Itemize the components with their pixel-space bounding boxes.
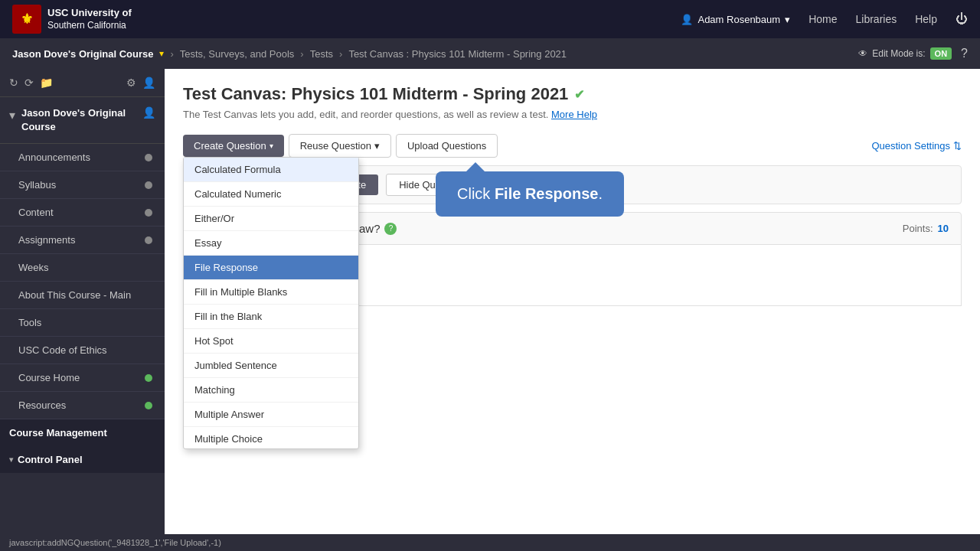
dropdown-item-matching[interactable]: Matching <box>184 378 358 403</box>
breadcrumb-tests-surveys[interactable]: Tests, Surveys, and Pools <box>180 48 295 60</box>
upload-questions-button[interactable]: Upload Questions <box>396 134 498 158</box>
sidebar-label-about-main: About This Course - Main <box>18 289 131 301</box>
edit-mode-label: Edit Mode is: <box>872 48 925 59</box>
tooltip-suffix: . <box>599 185 603 202</box>
reuse-question-label: Reuse Question <box>300 140 371 152</box>
breadcrumb-tests[interactable]: Tests <box>310 48 333 60</box>
create-question-caret-icon: ▾ <box>270 142 273 150</box>
nav-help[interactable]: Help <box>915 13 937 25</box>
reuse-question-caret-icon: ▾ <box>374 140 380 152</box>
sidebar-item-tools[interactable]: Tools <box>0 309 165 337</box>
sidebar-item-syllabus[interactable]: Syllabus <box>0 171 165 199</box>
dropdown-item-jumbled-sentence[interactable]: Jumbled Sentence <box>184 354 358 378</box>
dropdown-item-file-response[interactable]: File Response <box>184 256 358 280</box>
breadcrumb-test-canvas[interactable]: Test Canvas : Physics 101 Midterm - Spri… <box>348 48 567 60</box>
sidebar-dot-course-home <box>145 374 152 382</box>
sidebar-course-arrow-icon: ▾ <box>9 108 15 122</box>
sidebar-course-user-icon: 👤 <box>142 106 155 119</box>
tooltip-arrow-icon <box>466 162 485 171</box>
breadcrumb-course[interactable]: Jason Dove's Original Course <box>12 48 153 60</box>
sidebar-label-syllabus: Syllabus <box>18 179 56 191</box>
page-title: Test Canvas: Physics 101 Midterm - Sprin… <box>183 84 962 104</box>
breadcrumb-right: 👁 Edit Mode is: ON ? <box>858 47 968 60</box>
dropdown-item-hot-spot[interactable]: Hot Spot <box>184 329 358 354</box>
sidebar-item-usc-code[interactable]: USC Code of Ethics <box>0 337 165 364</box>
page-subtitle: The Test Canvas lets you add, edit, and … <box>183 109 962 120</box>
more-help-link[interactable]: More Help <box>551 109 597 120</box>
toolbar: Create Question ▾ Calculated Formula Cal… <box>183 134 962 158</box>
top-bar-left: ⚜ USC University of Southern California <box>12 5 132 34</box>
edit-mode-toggle[interactable]: 👁 Edit Mode is: ON <box>858 47 952 60</box>
top-bar: ⚜ USC University of Southern California … <box>0 0 980 38</box>
sidebar-refresh-icon[interactable]: ↻ <box>9 77 18 89</box>
dropdown-item-fill-multiple-blanks[interactable]: Fill in Multiple Blanks <box>184 280 358 305</box>
upload-questions-label: Upload Questions <box>407 140 486 152</box>
sidebar-label-weeks: Weeks <box>18 262 49 273</box>
content-inner: Test Canvas: Physics 101 Midterm - Sprin… <box>165 69 980 321</box>
question-settings-link[interactable]: Question Settings ⇅ <box>871 140 962 152</box>
tooltip-text: Click <box>457 185 495 202</box>
main-layout: ↻ ⟳ 📁 ⚙ 👤 ▾ Jason Dove's Original Course… <box>0 69 980 551</box>
usc-logo: ⚜ USC University of Southern California <box>12 5 132 34</box>
sidebar-person-icon[interactable]: 👤 <box>142 77 155 89</box>
user-dropdown-icon: ▾ <box>785 14 790 25</box>
nav-libraries[interactable]: Libraries <box>856 13 897 25</box>
sidebar-label-content: Content <box>18 207 54 218</box>
sidebar-section-control-panel[interactable]: ▾ Control Panel <box>0 446 165 473</box>
sidebar-section-course-management-label: Course Management <box>9 427 107 439</box>
top-bar-right: 👤 Adam Rosenbaum ▾ Home Libraries Help ⏻ <box>681 12 968 26</box>
breadcrumb-help-icon[interactable]: ? <box>961 47 968 60</box>
sidebar-course-header: ▾ Jason Dove's Original Course 👤 <box>0 97 165 144</box>
sidebar-dot-content <box>145 209 152 217</box>
sidebar-item-about-main[interactable]: About This Course - Main <box>0 282 165 309</box>
dropdown-item-multiple-answer[interactable]: Multiple Answer <box>184 403 358 427</box>
question-points: Points: 10 <box>903 223 949 234</box>
breadcrumb-bar: Jason Dove's Original Course ▾ › Tests, … <box>0 38 980 69</box>
edit-mode-status: ON <box>930 47 952 60</box>
reuse-question-button[interactable]: Reuse Question ▾ <box>289 134 391 158</box>
create-question-dropdown-container: Create Question ▾ Calculated Formula Cal… <box>183 135 284 157</box>
page-title-text: Test Canvas: Physics 101 Midterm - Sprin… <box>183 84 568 104</box>
question-settings-sort-icon: ⇅ <box>953 140 962 152</box>
dropdown-item-fill-blank[interactable]: Fill in the Blank <box>184 305 358 329</box>
sidebar-item-announcements[interactable]: Announcements <box>0 144 165 171</box>
dropdown-scroll: Calculated Formula Calculated Numeric Ei… <box>184 158 358 448</box>
dropdown-item-either-or[interactable]: Either/Or <box>184 207 358 231</box>
sidebar-reload-icon[interactable]: ⟳ <box>24 77 34 89</box>
sidebar-item-resources[interactable]: Resources <box>0 392 165 419</box>
points-label: Points: <box>903 223 933 234</box>
sidebar-label-course-home: Course Home <box>18 372 80 383</box>
sidebar-folder-icon[interactable]: 📁 <box>40 77 53 89</box>
nav-home[interactable]: Home <box>808 13 837 25</box>
sidebar-dot-assignments <box>145 236 152 244</box>
dropdown-item-calculated-formula[interactable]: Calculated Formula <box>184 158 358 182</box>
dropdown-item-calculated-numeric[interactable]: Calculated Numeric <box>184 182 358 207</box>
user-name: Adam Rosenbaum <box>697 14 780 25</box>
sidebar-settings-icon[interactable]: ⚙ <box>126 77 136 89</box>
create-question-label: Create Question <box>194 140 266 152</box>
sidebar: ↻ ⟳ 📁 ⚙ 👤 ▾ Jason Dove's Original Course… <box>0 69 165 551</box>
sidebar-item-assignments[interactable]: Assignments <box>0 227 165 254</box>
sidebar-course-name[interactable]: Jason Dove's Original Course <box>21 106 136 134</box>
sidebar-section-control-panel-label: Control Panel <box>18 454 83 465</box>
sidebar-tools: ↻ ⟳ 📁 ⚙ 👤 <box>0 69 165 97</box>
sidebar-item-content[interactable]: Content <box>0 199 165 227</box>
sidebar-label-resources: Resources <box>18 399 66 411</box>
sidebar-item-weeks[interactable]: Weeks <box>0 254 165 282</box>
question-help-icon: ? <box>384 223 397 235</box>
status-bar: javascript:addNGQuestion('_9481928_1','F… <box>0 534 980 551</box>
create-question-button[interactable]: Create Question ▾ <box>183 135 284 157</box>
sidebar-label-tools: Tools <box>18 317 41 328</box>
sidebar-item-course-home[interactable]: Course Home <box>0 364 165 392</box>
user-avatar-icon: 👤 <box>681 14 693 25</box>
sidebar-label-usc-code: USC Code of Ethics <box>18 344 107 356</box>
sidebar-section-course-management[interactable]: Course Management <box>0 419 165 446</box>
power-button[interactable]: ⏻ <box>956 12 968 26</box>
sidebar-dot-announcements <box>145 154 152 161</box>
dropdown-item-multiple-choice[interactable]: Multiple Choice <box>184 427 358 448</box>
sidebar-label-assignments: Assignments <box>18 234 75 246</box>
sidebar-section-control-panel-arrow-icon: ▾ <box>9 455 13 464</box>
dropdown-item-essay[interactable]: Essay <box>184 231 358 256</box>
status-bar-text: javascript:addNGQuestion('_9481928_1','F… <box>9 538 221 547</box>
user-menu[interactable]: 👤 Adam Rosenbaum ▾ <box>681 14 790 25</box>
